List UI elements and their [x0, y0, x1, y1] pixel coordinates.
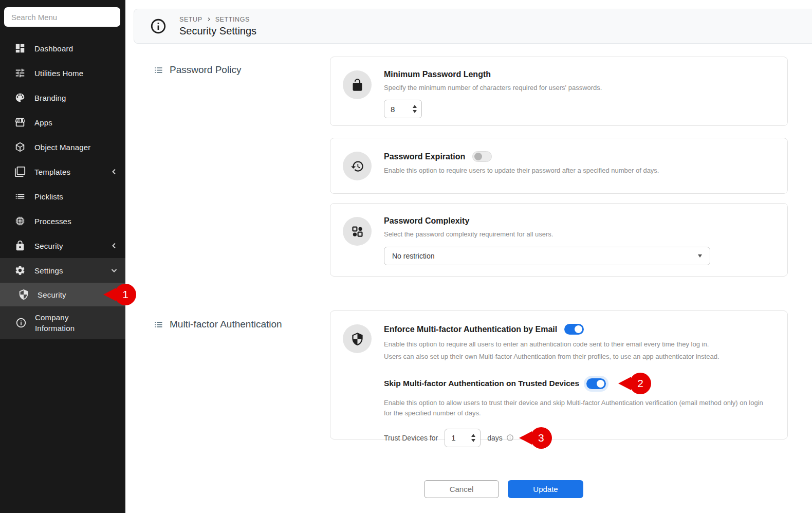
shield-icon [18, 289, 29, 300]
card-description: Enable this option to require users to u… [384, 166, 775, 176]
chip-icon [14, 215, 26, 227]
sidebar-item-processes[interactable]: Processes [0, 209, 125, 233]
card-description: Specify the minimum number of characters… [384, 83, 775, 93]
card-avatar [343, 152, 372, 180]
sidebar-item-templates[interactable]: Templates [0, 159, 125, 184]
chevron-left-icon [111, 169, 117, 175]
info-icon [15, 317, 27, 328]
sliders-icon [14, 67, 26, 79]
section-heading-mfa: Multi-factor Authentication [153, 319, 282, 330]
card-title: Password Complexity [384, 216, 775, 226]
stepper-down-icon[interactable] [471, 439, 475, 442]
min-password-length-stepper[interactable] [384, 100, 422, 118]
annotation-badge-3: 3 [530, 427, 552, 449]
sidebar-item-dashboard[interactable]: Dashboard [0, 36, 125, 61]
card-minimum-password-length: Minimum Password Length Specify the mini… [330, 57, 788, 126]
sidebar-item-label: Templates [34, 167, 111, 177]
sidebar-item-label: Apps [34, 117, 117, 128]
annotation-badge-1: 1 [115, 284, 136, 305]
card-title: Password Expiration [384, 152, 465, 161]
sidebar-item-apps[interactable]: Apps [0, 110, 125, 135]
info-tooltip-icon[interactable] [506, 434, 514, 442]
sidebar-item-label: Branding [34, 93, 117, 103]
selected-option: No restriction [392, 252, 434, 260]
sidebar-item-company-information[interactable]: Company Information [0, 306, 125, 339]
lock-open-icon [350, 78, 364, 92]
sidebar-item-picklists[interactable]: Picklists [0, 184, 125, 209]
section-list-icon [153, 65, 164, 76]
stepper-arrows[interactable] [413, 105, 417, 113]
trust-devices-stepper[interactable] [445, 429, 481, 447]
shield-icon [350, 332, 364, 346]
dashboard-icon [14, 43, 26, 54]
select-caret-icon [698, 254, 702, 258]
password-expiration-toggle[interactable] [472, 151, 492, 162]
security-settings-page: Dashboard Utilities Home Branding Apps [0, 0, 812, 513]
password-complexity-select[interactable]: No restriction [384, 247, 710, 265]
stepper-arrows[interactable] [471, 434, 475, 442]
breadcrumb-setup[interactable]: SETUP [179, 16, 202, 23]
sidebar-item-settings[interactable]: Settings [0, 258, 125, 283]
chevron-down-icon [111, 267, 117, 273]
enforce-mfa-description-line1: Enable this option to require all users … [384, 339, 775, 350]
trust-devices-input[interactable] [451, 433, 467, 442]
sidebar-item-label: Company Information [35, 312, 102, 334]
sidebar-item-object-manager[interactable]: Object Manager [0, 135, 125, 159]
sidebar-item-settings-security[interactable]: Security 1 [0, 283, 125, 306]
search-input[interactable] [4, 7, 120, 27]
enforce-mfa-toggle[interactable] [564, 324, 584, 335]
annotation-badge-2: 2 [630, 373, 651, 394]
breadcrumb: SETUP SETTINGS [179, 16, 256, 23]
sidebar-item-branding[interactable]: Branding [0, 85, 125, 110]
card-avatar [343, 217, 372, 246]
skip-mfa-description: Enable this option to allow users to tru… [384, 398, 768, 418]
skip-mfa-toggle[interactable] [586, 378, 606, 389]
card-title: Minimum Password Length [384, 70, 775, 79]
settings-group: Settings Security 1 Company [0, 258, 125, 339]
page-header: SETUP SETTINGS Security Settings [134, 9, 812, 44]
sidebar: Dashboard Utilities Home Branding Apps [0, 0, 125, 513]
stepper-down-icon[interactable] [413, 110, 417, 113]
sidebar-item-label: Picklists [34, 191, 117, 202]
lock-icon [14, 240, 26, 251]
stepper-up-icon[interactable] [413, 105, 417, 108]
stepper-up-icon[interactable] [471, 434, 475, 437]
card-avatar [343, 324, 372, 353]
sidebar-item-label: Settings [34, 265, 111, 276]
templates-icon [14, 166, 26, 177]
breadcrumb-settings[interactable]: SETTINGS [215, 16, 250, 23]
card-description: Select the password complexity requireme… [384, 229, 775, 240]
min-password-length-input[interactable] [391, 105, 406, 114]
enforce-mfa-title: Enforce Multi-factor Authentication by E… [384, 325, 557, 334]
info-circle-icon [150, 17, 167, 35]
skip-mfa-title: Skip Multi-factor Authentication on Trus… [384, 379, 579, 388]
trust-devices-label: Trust Devices for [384, 434, 438, 442]
sidebar-item-label: Security [34, 241, 111, 251]
sidebar-item-label: Utilities Home [34, 68, 117, 79]
trust-devices-unit: days [487, 434, 503, 442]
sidebar-item-security[interactable]: Security [0, 233, 125, 258]
sidebar-item-label: Object Manager [34, 142, 117, 153]
trust-devices-row: Trust Devices for days 3 [384, 427, 775, 449]
card-multi-factor-authentication: Enforce Multi-factor Authentication by E… [330, 310, 788, 439]
main-content: SETUP SETTINGS Security Settings Passwor… [125, 0, 812, 513]
chevron-left-icon [111, 243, 117, 249]
card-password-expiration: Password Expiration Enable this option t… [330, 138, 788, 194]
sidebar-item-label: Dashboard [34, 43, 117, 54]
cube-icon [14, 141, 26, 153]
section-list-icon [153, 319, 164, 330]
section-heading-label: Multi-factor Authentication [170, 319, 282, 330]
section-heading-password-policy: Password Policy [153, 64, 241, 76]
chevron-right-icon [206, 16, 212, 23]
history-clock-icon [350, 159, 364, 173]
sidebar-item-label: Processes [34, 216, 117, 227]
pattern-icon [350, 225, 364, 239]
palette-icon [14, 92, 26, 103]
section-heading-label: Password Policy [170, 64, 241, 76]
page-title: Security Settings [179, 25, 256, 37]
cancel-button[interactable]: Cancel [424, 480, 499, 498]
update-button[interactable]: Update [508, 480, 583, 498]
gear-icon [14, 265, 26, 276]
sidebar-item-utilities-home[interactable]: Utilities Home [0, 61, 125, 85]
storefront-icon [14, 117, 26, 128]
